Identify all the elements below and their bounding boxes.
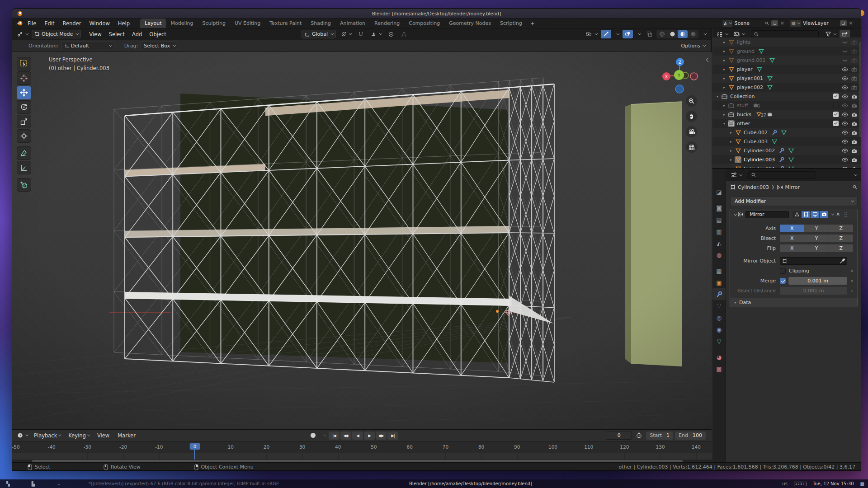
blender-menu-icon[interactable]	[16, 20, 24, 27]
gizmos-toggle[interactable]	[601, 30, 611, 38]
timeline-tick[interactable]: 70	[443, 444, 448, 450]
add-workspace-button[interactable]: +	[527, 20, 538, 27]
mesh-data-icon[interactable]	[767, 76, 773, 81]
timeline-tick[interactable]: 40	[335, 444, 341, 450]
properties-tab[interactable]: ◭	[712, 237, 726, 249]
properties-tab[interactable]: ◎	[712, 312, 726, 324]
workspace-tab[interactable]: Geometry Nodes	[444, 19, 495, 28]
timeline-tick[interactable]: -30	[84, 444, 91, 450]
tool-select-box[interactable]	[17, 57, 31, 70]
expand-right-icon[interactable]: ▸	[729, 131, 733, 135]
workspace-tab[interactable]: Animation	[335, 19, 370, 28]
timeline-tick[interactable]: 130	[656, 444, 665, 450]
properties-tab[interactable]: ◪	[712, 186, 726, 198]
modifier-wrench-icon[interactable]	[779, 157, 784, 162]
timeline-tick[interactable]: 120	[620, 444, 629, 450]
outliner-row[interactable]: ▸ ▾ Cylinder.004	[712, 164, 861, 168]
tray-widget[interactable]: 1234	[794, 482, 807, 486]
viewport-menu-item[interactable]: Add	[128, 31, 146, 38]
timeline-menu-item[interactable]: Marker	[113, 432, 140, 439]
outliner-item-label[interactable]: bucks	[737, 112, 751, 117]
taskbar-app-icon-2[interactable]: ▙	[32, 481, 35, 486]
on-cage-toggle[interactable]	[793, 211, 801, 218]
collection-icon[interactable]	[721, 93, 728, 100]
expand-down-icon[interactable]: ▾	[715, 94, 720, 99]
topbar-menu-item[interactable]: Help	[114, 20, 134, 27]
shading-material-button[interactable]	[678, 30, 688, 38]
flip-z-button[interactable]: Z	[829, 244, 853, 252]
outliner-row[interactable]: ▸ ▾ ground	[712, 47, 861, 56]
mesh-object-icon[interactable]	[735, 147, 741, 154]
mesh-object-icon[interactable]	[728, 66, 735, 73]
hide-eye-closed-icon[interactable]	[842, 40, 848, 45]
timeline-tick[interactable]: -10	[155, 444, 163, 450]
xray-toggle[interactable]	[644, 30, 655, 38]
shading-rendered-button[interactable]	[688, 30, 698, 38]
workspace-tab[interactable]: Texture Paint	[265, 19, 306, 28]
render-camera-icon[interactable]	[851, 94, 857, 99]
keying-dropdown-chevron[interactable]	[323, 433, 326, 436]
render-camera-icon[interactable]	[851, 121, 857, 126]
outliner-item-label[interactable]: player	[737, 66, 753, 72]
scene-selector[interactable]: ◭ Scene ❏ ✕	[722, 19, 787, 28]
render-camera-icon[interactable]	[851, 130, 857, 135]
properties-tab[interactable]: ▥	[712, 225, 726, 237]
mesh-data-icon[interactable]	[781, 130, 787, 135]
workspace-tab[interactable]: UV Editing	[230, 19, 265, 28]
navigation-gizmo[interactable]: Z X Y	[659, 55, 701, 96]
modifier-close-icon[interactable]: ✕	[835, 211, 841, 217]
mesh-object-icon[interactable]	[728, 39, 735, 46]
hide-eye-open-icon[interactable]	[842, 67, 848, 72]
mesh-object-icon[interactable]	[735, 129, 741, 136]
taskbar-clock[interactable]: Tue, 12 Nov 15:30	[813, 481, 854, 486]
bisect-distance-field[interactable]: 0.001 m	[780, 287, 847, 295]
outliner-item-label[interactable]: stuff	[737, 103, 748, 108]
outliner-item-label[interactable]: Cylinder.003	[744, 157, 775, 163]
pan-hand-button[interactable]	[686, 111, 697, 122]
mesh-object-icon[interactable]	[728, 75, 735, 82]
collection-icon[interactable]	[728, 120, 735, 127]
outliner-item-label[interactable]: Cylinder.002	[744, 148, 775, 154]
panel-collapse-chevron[interactable]	[734, 213, 737, 216]
viewlayer-selector[interactable]: ▥ ViewLayer ❏ ✕	[790, 19, 855, 28]
add-modifier-dropdown[interactable]: Add Modifier	[730, 197, 858, 206]
expand-right-icon[interactable]: ▸	[722, 58, 726, 62]
outliner-item-label[interactable]: player.001	[737, 75, 763, 81]
properties-tab[interactable]: ◍	[712, 249, 726, 261]
expand-right-icon[interactable]: ▸	[729, 149, 733, 153]
expand-right-icon[interactable]: ▸	[722, 76, 726, 80]
render-camera-icon[interactable]	[851, 148, 857, 153]
transport-button[interactable]: ◀	[352, 432, 363, 440]
timeline-tick[interactable]: 0	[190, 443, 200, 450]
properties-search-input[interactable]	[748, 171, 816, 179]
modifier-extras-chevron[interactable]	[831, 212, 834, 216]
timeline-tick[interactable]: 80	[478, 444, 484, 450]
expand-down-icon[interactable]: ▾	[722, 122, 726, 126]
pin-id-icon[interactable]	[853, 185, 858, 190]
collection-checkbox-checked[interactable]	[833, 112, 839, 117]
options-dropdown[interactable]: Options	[679, 42, 707, 50]
merge-checkbox[interactable]	[780, 278, 786, 284]
render-camera-disabled-icon[interactable]	[851, 40, 857, 45]
bisect-y-button[interactable]: Y	[804, 235, 828, 242]
expand-right-icon[interactable]: ▸	[729, 167, 733, 169]
mode-selector[interactable]: Object Mode	[32, 30, 81, 38]
topbar-menu-item[interactable]: Window	[85, 20, 113, 27]
hide-eye-open-icon[interactable]	[842, 103, 848, 108]
tool-cursor[interactable]	[17, 71, 31, 85]
visibility-selector[interactable]	[583, 30, 599, 38]
timeline-editor-type-button[interactable]	[15, 431, 30, 440]
hide-eye-open-icon[interactable]	[842, 157, 848, 162]
auto-keying-button[interactable]	[308, 431, 318, 440]
timeline-tick[interactable]: 90	[514, 444, 520, 450]
frame-end-field[interactable]: End100	[675, 432, 706, 440]
mesh-object-icon[interactable]	[728, 84, 735, 91]
mesh-data-icon[interactable]	[788, 148, 794, 153]
properties-tab[interactable]: ▽	[712, 335, 726, 347]
timeline-track[interactable]	[12, 453, 712, 460]
axis-z-button[interactable]: Z	[829, 225, 853, 232]
tool-transform[interactable]	[17, 129, 31, 143]
clipping-decorator[interactable]	[851, 270, 853, 272]
hide-eye-open-icon[interactable]	[842, 121, 848, 126]
collection-checkbox-checked[interactable]	[833, 121, 839, 126]
